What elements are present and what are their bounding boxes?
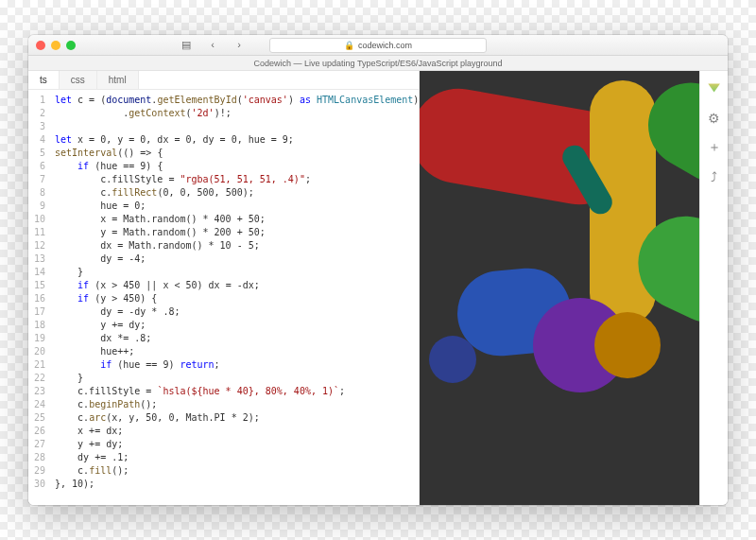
editor-tabs: ts css html [28,71,419,90]
minimize-icon[interactable] [51,41,60,50]
tab-title: Codewich — Live updating TypeScript/ES6/… [28,56,728,71]
tab-ts[interactable]: ts [28,71,60,89]
right-sidebar: ⚙ ＋ ⤴ [699,71,728,505]
lock-icon: 🔒 [344,41,354,50]
traffic-lights [28,41,76,50]
content: ts css html 1 2 3 4 5 6 7 8 9 10 11 12 1… [28,71,728,505]
app-logo-icon[interactable] [706,78,723,96]
browser-window: ▤ ‹ › 🔒 codewich.com Codewich — Live upd… [28,35,728,505]
forward-icon[interactable]: › [232,39,246,51]
url-bar[interactable]: 🔒 codewich.com [269,38,487,53]
canvas-preview [420,71,699,505]
gear-icon[interactable]: ⚙ [708,111,720,126]
maximize-icon[interactable] [66,41,76,50]
url-host: codewich.com [358,41,412,50]
share-icon[interactable]: ⤴ [711,169,717,184]
code-editor: ts css html 1 2 3 4 5 6 7 8 9 10 11 12 1… [28,71,420,505]
code-area[interactable]: 1 2 3 4 5 6 7 8 9 10 11 12 13 14 15 16 1… [28,90,419,505]
toolbar-icons: ▤ ‹ › [180,39,246,51]
sidebar-icon[interactable]: ▤ [180,39,193,51]
plus-icon[interactable]: ＋ [708,139,721,156]
line-gutter: 1 2 3 4 5 6 7 8 9 10 11 12 13 14 15 16 1… [28,90,51,505]
close-icon[interactable] [36,41,45,50]
code-lines[interactable]: let c = (document.getElementById('canvas… [51,90,419,505]
tab-css[interactable]: css [60,71,97,89]
back-icon[interactable]: ‹ [206,39,219,51]
titlebar: ▤ ‹ › 🔒 codewich.com [28,35,728,56]
tab-html[interactable]: html [97,71,139,89]
